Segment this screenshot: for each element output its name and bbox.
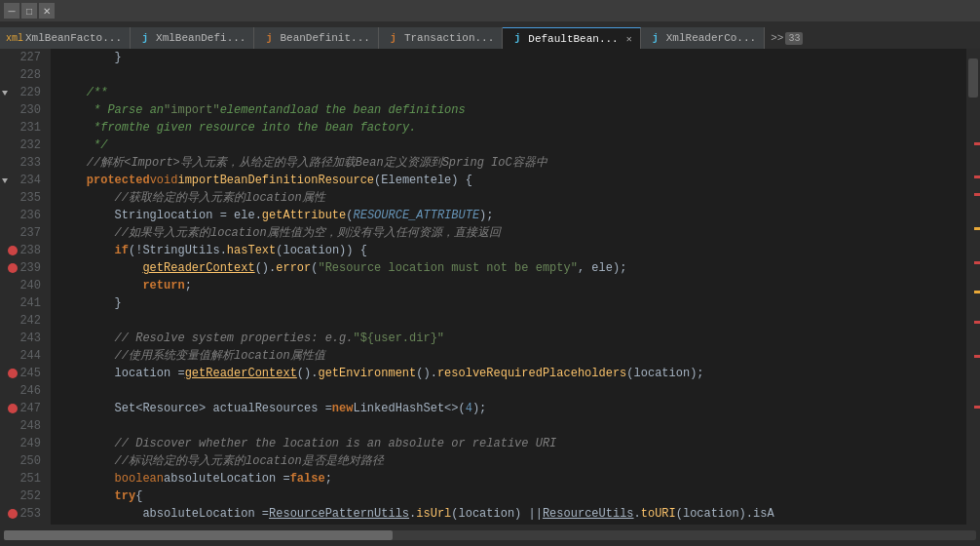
tab-default-bean[interactable]: j DefaultBean... ✕ [503, 27, 640, 49]
code-line-236: String location = ele.getAttribute(RESOU… [51, 207, 966, 224]
gutter-line-238: 238 [0, 242, 45, 259]
code-line-244: //使用系统变量值解析location属性值 [51, 347, 966, 365]
gutter-line-249: 249 [0, 435, 45, 452]
gutter-line-234: 234 [0, 172, 45, 189]
java-file-icon3: j [387, 31, 400, 45]
vertical-scrollbar[interactable] [966, 49, 980, 525]
gutter-line-252: 252 [0, 488, 45, 505]
close-tab-icon[interactable]: ✕ [626, 33, 632, 45]
gutter-line-251: 251 [0, 470, 45, 488]
bottom-bar [0, 525, 980, 546]
tab-transaction[interactable]: j Transaction... [379, 27, 503, 49]
scrollbar-markers [966, 99, 980, 525]
java-file-icon4: j [510, 32, 524, 46]
tab-xml-bean-def[interactable]: j XmlBeanDefi... [131, 27, 254, 49]
code-line-240: return; [51, 277, 966, 294]
title-bar: ─ □ ✕ [0, 0, 980, 21]
code-line-235: //获取给定的导入元素的location属性 [51, 189, 966, 207]
tab-xml-bean-factory[interactable]: xml XmlBeanFacto... [0, 27, 131, 49]
code-line-253: absoluteLocation = ResourcePatternUtils.… [51, 505, 966, 523]
code-line-239: getReaderContext().error("Resource locat… [51, 259, 966, 277]
gutter-line-241: 241 [0, 294, 45, 312]
gutter-line-227: 227 [0, 49, 45, 66]
gutter-line-236: 236 [0, 207, 45, 224]
code-line-241: } [51, 294, 966, 312]
gutter-line-237: 237 [0, 224, 45, 242]
code-line-248 [51, 417, 966, 435]
code-line-233: //解析<Import>导入元素，从给定的导入路径加载Bean定义资源到Spri… [51, 154, 966, 172]
gutter-line-246: 246 [0, 382, 45, 400]
code-line-254: } [51, 523, 966, 525]
gutter-line-254: 254 [0, 523, 45, 525]
xml-file-icon: xml [8, 31, 21, 45]
editor-main: 227 228 229 230 231 232 233 234 235 236 … [0, 49, 980, 525]
java-file-icon: j [138, 31, 152, 45]
code-line-246 [51, 382, 966, 400]
gutter-line-240: 240 [0, 277, 45, 294]
code-line-238: if (!StringUtils.hasText(location)) { [51, 242, 966, 259]
tab-bar: xml XmlBeanFacto... j XmlBeanDefi... j B… [0, 21, 980, 49]
gutter-line-229: 229 [0, 84, 45, 101]
tab-label: XmlReaderCo... [666, 32, 756, 44]
tab-label: Transaction... [404, 32, 494, 44]
gutter-line-248: 248 [0, 417, 45, 435]
code-line-243: // Resolve system properties: e.g. "${us… [51, 330, 966, 347]
code-line-234: protected void importBeanDefinitionResou… [51, 172, 966, 189]
gutter-line-233: 233 [0, 154, 45, 172]
code-line-227: } [51, 49, 966, 66]
tab-more-button[interactable]: >> 33 [765, 27, 809, 49]
scrollbar-thumb[interactable] [968, 58, 978, 98]
code-line-245: location = getReaderContext().getEnviron… [51, 365, 966, 382]
tab-bean-definit[interactable]: j BeanDefinit... [254, 27, 378, 49]
gutter-line-239: 239 [0, 259, 45, 277]
code-line-250: //标识给定的导入元素的location是否是绝对路径 [51, 452, 966, 470]
gutter-line-230: 230 [0, 101, 45, 119]
code-line-228 [51, 66, 966, 84]
tab-label: XmlBeanFacto... [25, 32, 122, 44]
code-line-229: /** [51, 84, 966, 101]
tab-xml-reader[interactable]: j XmlReaderCo... [641, 27, 765, 49]
code-line-237: //如果导入元素的location属性值为空，则没有导入任何资源，直接返回 [51, 224, 966, 242]
line-number-gutter: 227 228 229 230 231 232 233 234 235 236 … [0, 49, 51, 525]
code-line-247: Set<Resource> actualResources = new Link… [51, 400, 966, 417]
code-line-249: // Discover whether the location is an a… [51, 435, 966, 452]
gutter-line-232: 232 [0, 136, 45, 154]
java-file-icon5: j [649, 31, 662, 45]
gutter-line-245: 245 [0, 365, 45, 382]
h-scrollbar-thumb[interactable] [4, 530, 393, 540]
gutter-line-242: 242 [0, 312, 45, 330]
code-line-231: * from the given resource into the bean … [51, 119, 966, 136]
close-button[interactable]: ✕ [39, 3, 55, 19]
tab-label: XmlBeanDefi... [156, 32, 245, 44]
gutter-line-247: 247 [0, 400, 45, 417]
gutter-line-243: 243 [0, 330, 45, 347]
minimize-button[interactable]: ─ [4, 3, 19, 19]
tab-more-count: 33 [785, 32, 803, 45]
code-line-230: * Parse an "import" element and load the… [51, 101, 966, 119]
gutter-line-244: 244 [0, 347, 45, 365]
tab-label: BeanDefinit... [280, 32, 369, 44]
java-file-icon2: j [262, 31, 276, 45]
code-line-242 [51, 312, 966, 330]
code-line-251: boolean absoluteLocation = false; [51, 470, 966, 488]
tab-more-icon: >> [771, 32, 783, 44]
horizontal-scrollbar[interactable] [4, 530, 976, 540]
code-editor[interactable]: } /** * Parse an "import" element and lo… [51, 49, 966, 525]
gutter-line-250: 250 [0, 452, 45, 470]
gutter-line-235: 235 [0, 189, 45, 207]
gutter-line-231: 231 [0, 119, 45, 136]
gutter-line-228: 228 [0, 66, 45, 84]
tab-label: DefaultBean... [528, 33, 618, 45]
maximize-button[interactable]: □ [21, 3, 37, 19]
code-line-252: try { [51, 488, 966, 505]
code-line-232: */ [51, 136, 966, 154]
gutter-line-253: 253 [0, 505, 45, 523]
